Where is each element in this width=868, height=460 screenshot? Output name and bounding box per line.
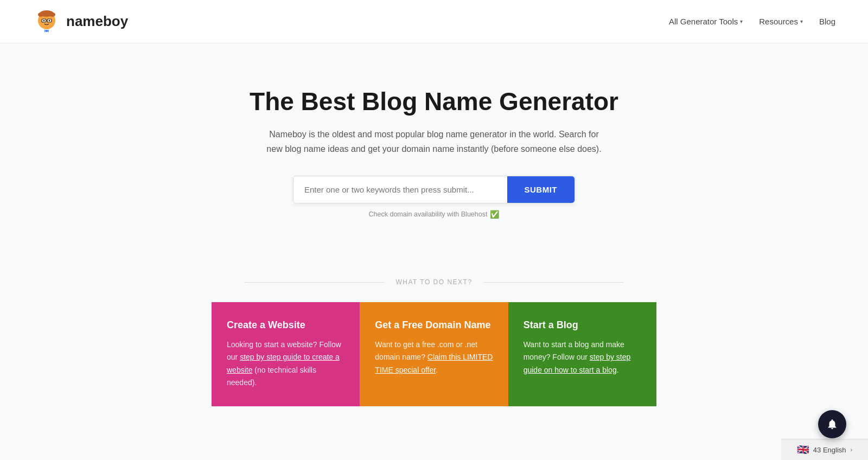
card-start-blog-title: Start a Blog	[524, 320, 641, 331]
card-start-blog-text: Want to start a blog and make money? Fol…	[524, 338, 641, 376]
card-free-domain-text: Want to get a free .com or .net domain n…	[375, 338, 493, 376]
chevron-down-icon: ▾	[740, 18, 743, 24]
hero-title: The Best Blog Name Generator	[11, 87, 857, 116]
bell-icon	[826, 418, 838, 430]
search-form: SUBMIT	[293, 176, 575, 203]
nav-generator-tools[interactable]: All Generator Tools ▾	[669, 17, 743, 26]
hero-subtitle: Nameboy is the oldest and most popular b…	[266, 127, 602, 156]
submit-button[interactable]: SUBMIT	[507, 176, 575, 203]
card-free-domain: Get a Free Domain Name Want to get a fre…	[360, 302, 508, 406]
divider-line-left	[244, 282, 385, 283]
logo-text: nameboy	[66, 13, 128, 30]
language-bar[interactable]: 🇬🇧 43 English ›	[781, 439, 868, 460]
hero-section: The Best Blog Name Generator Nameboy is …	[0, 43, 868, 251]
flag-icon: 🇬🇧	[797, 444, 809, 456]
svg-point-2	[38, 12, 43, 17]
svg-point-7	[49, 20, 50, 21]
card-free-domain-title: Get a Free Domain Name	[375, 320, 493, 331]
bluehost-note: Check domain availability with Bluehost …	[11, 210, 857, 219]
search-input[interactable]	[293, 176, 507, 203]
cards-container: Create a Website Looking to start a webs…	[212, 302, 656, 406]
navbar: nameboy All Generator Tools ▾ Resources …	[0, 0, 868, 43]
svg-point-13	[46, 30, 48, 32]
card-create-website: Create a Website Looking to start a webs…	[212, 302, 360, 406]
language-label: 43 English	[813, 446, 846, 454]
card-create-website-title: Create a Website	[227, 320, 344, 331]
section-divider: WHAT TO DO NEXT?	[244, 278, 624, 286]
svg-point-6	[43, 20, 45, 21]
logo-mascot-icon	[33, 8, 61, 36]
svg-point-3	[50, 12, 55, 17]
card-create-website-text: Looking to start a website? Follow our s…	[227, 338, 344, 388]
logo[interactable]: nameboy	[33, 8, 128, 36]
chevron-right-icon: ›	[851, 446, 853, 453]
chevron-down-icon: ▾	[800, 18, 803, 24]
card-start-blog: Start a Blog Want to start a blog and ma…	[508, 302, 656, 406]
nav-blog[interactable]: Blog	[819, 17, 835, 26]
notification-bell-button[interactable]	[818, 410, 846, 438]
nav-resources[interactable]: Resources ▾	[759, 17, 803, 26]
nav-links: All Generator Tools ▾ Resources ▾ Blog	[669, 17, 835, 26]
section-label: WHAT TO DO NEXT?	[395, 278, 472, 286]
check-circle-icon: ✅	[490, 210, 499, 219]
divider-line-right	[483, 282, 624, 283]
